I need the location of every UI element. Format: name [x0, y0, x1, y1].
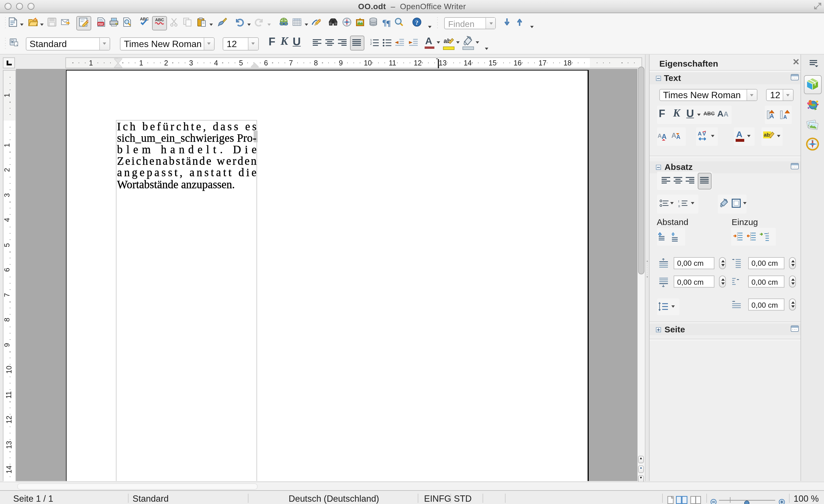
svg-text:2: 2 — [370, 41, 372, 45]
svg-text:A: A — [769, 112, 774, 120]
svg-text:?: ? — [415, 19, 419, 26]
svg-text:¶: ¶ — [386, 18, 391, 27]
svg-text:ABC: ABC — [140, 17, 149, 21]
svg-text:A: A — [657, 132, 661, 139]
svg-text:II: II — [678, 205, 680, 208]
svg-text:A: A — [676, 134, 680, 140]
svg-text:N: N — [812, 139, 814, 142]
svg-text:ab: ab — [764, 132, 770, 138]
svg-text:1: 1 — [370, 38, 372, 41]
svg-text:A: A — [783, 114, 787, 120]
svg-text:ABC: ABC — [155, 17, 164, 22]
svg-text:I: I — [678, 200, 679, 203]
svg-text:A: A — [672, 131, 676, 139]
svg-text:PDF: PDF — [98, 22, 104, 25]
svg-text:A: A — [698, 130, 702, 137]
svg-text:A: A — [661, 132, 666, 140]
